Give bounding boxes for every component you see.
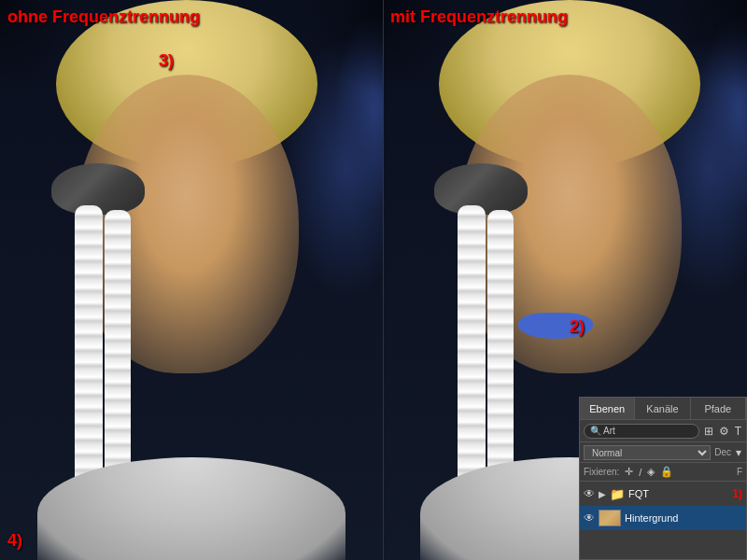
gradient-fix-icon[interactable]: ◈ [647, 466, 655, 478]
ps-search-toolbar: 🔍 Art ⊞ ⚙ T [580, 420, 746, 442]
left-panel-title-label: ohne Frequenztrennung [7, 7, 200, 27]
right-panel-title-text: mit Frequenztrennung [390, 7, 568, 26]
panel-divider [383, 0, 384, 560]
layer-number-fqt: 1) [732, 487, 742, 500]
ps-blend-row: Normal Dec ▾ [580, 442, 746, 463]
left-panel-number3-label: 3) [159, 51, 174, 71]
left-photo-panel: ohne Frequenztrennung 3) 4) [0, 0, 383, 560]
tab-pfade-label: Pfade [704, 403, 731, 414]
right-panel-number2-label: 2) [570, 317, 585, 337]
pearls-left-strand2 [105, 210, 131, 481]
tab-ebenen-label: Ebenen [589, 403, 625, 414]
right-photo-panel: mit Frequenztrennung 2) Ebenen Kanäle Pf… [383, 0, 747, 560]
grid-icon-btn[interactable]: ⊞ [703, 424, 714, 439]
fix-right-label: F [737, 467, 742, 477]
text-icon-btn[interactable]: T [734, 424, 742, 439]
eye-icon-fqt[interactable]: 👁 [584, 487, 595, 500]
layer-name-hintergrund: Hintergrund [625, 512, 742, 524]
move-fix-icon[interactable]: ✛ [625, 466, 633, 478]
left-panel-title-text: ohne Frequenztrennung [7, 7, 200, 26]
tab-ebenen[interactable]: Ebenen [580, 398, 635, 419]
folder-icon-fqt: 📁 [610, 487, 625, 501]
left-panel-number3-text: 3) [159, 51, 174, 70]
lock-fix-icon[interactable]: 🔒 [660, 466, 673, 478]
opacity-label: Dec [714, 447, 731, 457]
pearls-left-strand1 [75, 205, 103, 485]
layer-row-hintergrund[interactable]: 👁 Hintergrund [580, 506, 746, 530]
layer-thumb-img-hintergrund [599, 511, 620, 525]
left-panel-number4-text: 4) [7, 531, 22, 550]
right-panel-number2-text: 2) [570, 317, 585, 336]
left-panel-number4-label: 4) [7, 531, 22, 551]
tab-pfade[interactable]: Pfade [691, 398, 746, 419]
collar-left [37, 457, 345, 560]
settings-icon-btn[interactable]: ⚙ [718, 424, 730, 439]
expand-arrow-fqt[interactable]: ▶ [599, 489, 606, 499]
pearls-right-strand2 [487, 210, 514, 481]
layer-thumb-hintergrund [599, 510, 621, 526]
blend-mode-select[interactable]: Normal [584, 445, 711, 460]
tab-kanaele[interactable]: Kanäle [635, 398, 690, 419]
right-panel-title-label: mit Frequenztrennung [390, 7, 568, 27]
pearls-right-strand1 [458, 205, 486, 485]
ps-search-box[interactable]: 🔍 Art [584, 424, 699, 439]
chevron-down-icon[interactable]: ▾ [735, 445, 742, 460]
fix-label: Fixieren: [584, 467, 619, 477]
layer-name-fqt: FQT [628, 488, 728, 499]
tab-kanaele-label: Kanäle [646, 403, 678, 414]
main-container: ohne Frequenztrennung 3) 4) mit Frequenz… [0, 0, 747, 560]
layer-row-fqt[interactable]: 👁 ▶ 📁 FQT 1) [580, 482, 746, 506]
ps-search-text: Art [603, 426, 615, 436]
ps-tabs-row: Ebenen Kanäle Pfade [580, 398, 746, 420]
ps-fix-row: Fixieren: ✛ / ◈ 🔒 F [580, 463, 746, 482]
ps-layers-panel: Ebenen Kanäle Pfade 🔍 Art ⊞ ⚙ T [579, 397, 747, 560]
brush-fix-icon[interactable]: / [639, 467, 641, 478]
eye-icon-hintergrund[interactable]: 👁 [584, 511, 595, 525]
search-icon: 🔍 [590, 426, 601, 436]
